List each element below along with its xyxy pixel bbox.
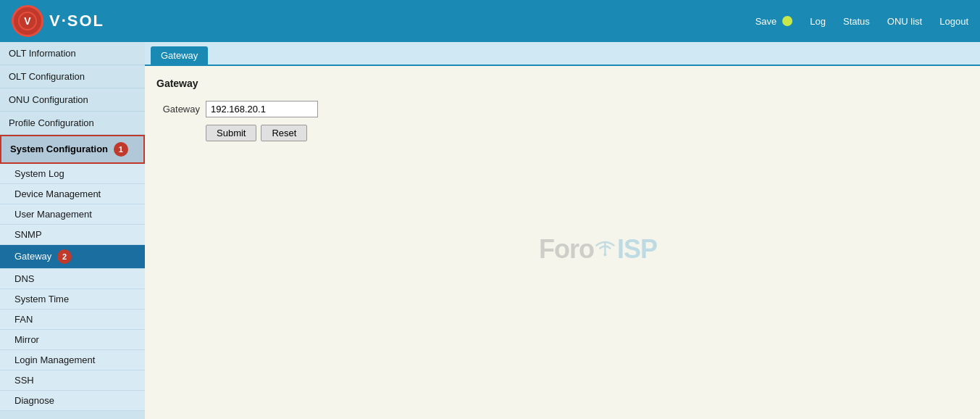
sidebar-item-profile-configuration[interactable]: Profile Configuration — [0, 112, 145, 135]
sidebar-item-mirror[interactable]: Mirror — [0, 330, 145, 350]
sidebar-item-onu-configuration[interactable]: ONU Configuration — [0, 88, 145, 112]
badge-1: 1 — [114, 142, 128, 157]
svg-text:V: V — [24, 15, 31, 27]
logo-icon: V — [12, 5, 43, 37]
sidebar-item-dns[interactable]: DNS — [0, 269, 145, 289]
sidebar-item-login-management[interactable]: Login Management — [0, 350, 145, 370]
watermark-isp: ISP — [617, 234, 657, 265]
brand-name: V·SOL — [49, 12, 104, 30]
sidebar-item-device-management[interactable]: Device Management — [0, 184, 145, 204]
sidebar-item-system-configuration[interactable]: System Configuration 1 — [0, 135, 145, 164]
header: V V·SOL Save Log Status ONU list Logout — [0, 0, 980, 42]
sidebar-item-system-log[interactable]: System Log — [0, 164, 145, 184]
sidebar-item-ssh[interactable]: SSH — [0, 370, 145, 391]
watermark-foro: Foro — [539, 234, 594, 265]
submit-button[interactable]: Submit — [206, 125, 256, 141]
gateway-row: Gateway — [156, 101, 968, 117]
status-indicator — [782, 16, 792, 26]
logout-link[interactable]: Logout — [939, 16, 968, 27]
log-link[interactable]: Log — [810, 16, 826, 27]
sidebar-item-olt-configuration[interactable]: OLT Configuration — [0, 65, 145, 88]
layout: OLT Information OLT Configuration ONU Co… — [0, 42, 980, 419]
watermark: Foro ISP — [539, 233, 657, 265]
svg-point-2 — [604, 253, 607, 256]
status-link[interactable]: Status — [843, 16, 870, 27]
gateway-label: Gateway — [156, 104, 200, 115]
sidebar-item-snmp[interactable]: SNMP — [0, 225, 145, 245]
save-button[interactable]: Save — [755, 16, 777, 27]
sidebar-item-gateway[interactable]: Gateway 2 — [0, 245, 145, 269]
header-right: Save Log Status ONU list Logout — [755, 16, 968, 27]
logo-area: V V·SOL — [12, 5, 104, 37]
tab-gateway[interactable]: Gateway — [151, 46, 208, 65]
sidebar: OLT Information OLT Configuration ONU Co… — [0, 42, 145, 419]
gateway-input[interactable] — [206, 101, 318, 117]
save-area: Save — [755, 16, 793, 27]
onu-list-link[interactable]: ONU list — [887, 16, 922, 27]
form-buttons: Submit Reset — [206, 125, 968, 141]
page-title: Gateway — [156, 78, 968, 89]
reset-button[interactable]: Reset — [261, 125, 307, 141]
tab-bar: Gateway — [145, 42, 980, 66]
sidebar-item-system-time[interactable]: System Time — [0, 289, 145, 310]
sidebar-item-user-management[interactable]: User Management — [0, 204, 145, 225]
badge-2: 2 — [57, 249, 72, 264]
sidebar-item-diagnose[interactable]: Diagnose — [0, 391, 145, 411]
main-area: Gateway Gateway Gateway Submit Reset For… — [145, 42, 980, 419]
sidebar-item-fan[interactable]: FAN — [0, 310, 145, 330]
wifi-icon — [595, 233, 616, 265]
content-area: Gateway Gateway Submit Reset Foro — [145, 66, 980, 419]
sidebar-item-olt-information[interactable]: OLT Information — [0, 42, 145, 65]
